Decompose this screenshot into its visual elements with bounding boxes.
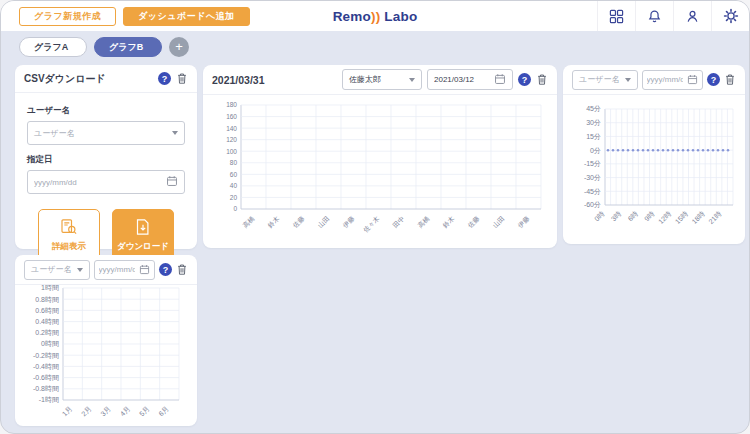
svg-text:4月: 4月	[119, 405, 132, 418]
calendar-icon	[166, 173, 178, 191]
svg-text:180: 180	[226, 101, 237, 108]
svg-text:0.2時間: 0.2時間	[35, 329, 59, 337]
download-button[interactable]: ダウンロード	[112, 209, 174, 261]
trash-icon[interactable]	[536, 73, 548, 86]
timeline-chart-panel: ユーザー名 ?	[563, 65, 745, 244]
svg-text:伊藤: 伊藤	[516, 214, 530, 228]
calendar-icon	[494, 71, 506, 89]
bar-date-input[interactable]	[434, 75, 490, 84]
timeline-date-input[interactable]	[647, 75, 684, 84]
bar-user-select-value: 佐藤太郎	[349, 74, 381, 85]
csv-panel-title: CSVダウンロード	[24, 72, 106, 86]
logo-text-right: Labo	[384, 9, 417, 24]
svg-text:-0.2時間: -0.2時間	[33, 352, 59, 360]
bar-chart: 180160140120100806040200高橋鈴木佐藤山田伊藤佐々木田中高…	[203, 95, 557, 246]
user-name-select[interactable]: ユーザー名	[27, 121, 185, 145]
svg-text:鈴木: 鈴木	[441, 214, 455, 228]
add-to-dashboard-button[interactable]: ダッシュボードへ追加	[123, 7, 249, 26]
chevron-down-icon	[625, 78, 631, 82]
dashboard-grid-icon[interactable]	[597, 1, 635, 31]
svg-text:-30分: -30分	[584, 174, 601, 181]
monthly-hours-chart: 1時間0.8時間0.6時間0.4時間0.2時間0時間-0.2時間-0.4時間-0…	[15, 285, 197, 424]
help-icon[interactable]: ?	[159, 263, 172, 276]
detail-view-label: 詳細表示	[52, 241, 86, 253]
top-header: グラフ新規作成 ダッシュボードへ追加 Remo)) Labo	[1, 1, 749, 31]
help-icon[interactable]: ?	[707, 73, 720, 86]
svg-text:30分: 30分	[586, 119, 601, 126]
user-name-select-placeholder: ユーザー名	[34, 128, 74, 139]
svg-text:-0.8時間: -0.8時間	[33, 385, 59, 393]
download-label: ダウンロード	[117, 241, 169, 253]
svg-text:-60分: -60分	[584, 201, 601, 208]
calendar-icon	[139, 261, 150, 279]
timeline-user-select-placeholder: ユーザー名	[579, 74, 619, 85]
svg-text:100: 100	[226, 148, 237, 155]
tab-graph-a[interactable]: グラフA	[19, 37, 87, 57]
timeline-date-field[interactable]	[642, 70, 704, 90]
user-name-label: ユーザー名	[27, 105, 185, 117]
app-logo: Remo)) Labo	[333, 9, 418, 24]
svg-text:山田: 山田	[491, 215, 506, 230]
monthly-hours-chart-panel: ユーザー名 ?	[15, 255, 197, 426]
svg-text:80: 80	[230, 159, 238, 166]
monthly-user-select-placeholder: ユーザー名	[31, 264, 71, 275]
svg-text:1月: 1月	[61, 405, 74, 418]
csv-download-panel: CSVダウンロード ? ユーザー名 ユーザー名 指定日	[15, 65, 197, 249]
svg-text:伊藤: 伊藤	[341, 214, 355, 228]
user-profile-icon[interactable]	[673, 1, 711, 31]
trash-icon[interactable]	[176, 263, 188, 276]
svg-text:45分: 45分	[586, 105, 601, 112]
csv-file-download-icon	[134, 218, 152, 236]
svg-text:-1時間: -1時間	[39, 396, 59, 404]
new-graph-button[interactable]: グラフ新規作成	[19, 7, 116, 26]
svg-text:1時間: 1時間	[41, 285, 59, 292]
svg-text:40: 40	[230, 182, 238, 189]
svg-text:12時: 12時	[657, 210, 672, 225]
svg-text:-0.6時間: -0.6時間	[33, 374, 59, 382]
svg-text:6月: 6月	[157, 405, 170, 418]
detail-view-button[interactable]: 詳細表示	[38, 209, 100, 261]
svg-text:2月: 2月	[80, 405, 93, 418]
monthly-date-field[interactable]	[94, 260, 156, 280]
bar-date-field[interactable]	[427, 69, 513, 90]
timeline-chart: 45分30分15分0分-15分-30分-45分-60分0時3時6時9時12時15…	[563, 95, 745, 239]
svg-text:160: 160	[226, 113, 237, 120]
svg-text:0: 0	[233, 205, 237, 212]
svg-text:佐々木: 佐々木	[362, 214, 381, 233]
tab-graph-b[interactable]: グラフB	[94, 37, 162, 57]
trash-icon[interactable]	[176, 72, 188, 85]
svg-text:21時: 21時	[707, 210, 722, 225]
svg-text:3時: 3時	[610, 210, 623, 223]
chevron-down-icon	[172, 131, 178, 135]
timeline-user-select[interactable]: ユーザー名	[572, 70, 638, 90]
svg-text:山田: 山田	[316, 215, 331, 230]
svg-text:140: 140	[226, 125, 237, 132]
bar-user-select[interactable]: 佐藤太郎	[342, 69, 422, 90]
svg-text:20: 20	[230, 194, 238, 201]
help-icon[interactable]: ?	[518, 73, 531, 86]
svg-text:15時: 15時	[674, 210, 689, 225]
svg-text:高橋: 高橋	[416, 214, 430, 228]
daily-bar-chart-panel: 2021/03/31 佐藤太郎 ?	[203, 65, 557, 248]
trash-icon[interactable]	[724, 73, 736, 86]
target-date-field[interactable]	[27, 170, 185, 194]
svg-text:-15分: -15分	[584, 160, 601, 167]
calendar-icon	[687, 71, 698, 89]
svg-text:-45分: -45分	[584, 188, 601, 195]
monthly-user-select[interactable]: ユーザー名	[24, 260, 90, 280]
svg-text:0時間: 0時間	[41, 340, 59, 348]
notifications-bell-icon[interactable]	[635, 1, 673, 31]
svg-text:佐藤: 佐藤	[466, 214, 480, 228]
svg-text:0.8時間: 0.8時間	[35, 296, 59, 304]
add-tab-button[interactable]: +	[169, 37, 189, 57]
svg-text:0時: 0時	[593, 210, 606, 223]
target-date-input[interactable]	[34, 178, 162, 187]
settings-gear-icon[interactable]	[711, 1, 749, 31]
svg-text:田中: 田中	[391, 215, 406, 230]
svg-text:18時: 18時	[690, 210, 705, 225]
svg-text:0.6時間: 0.6時間	[35, 307, 59, 315]
svg-text:120: 120	[226, 136, 237, 143]
help-icon[interactable]: ?	[158, 72, 171, 85]
svg-text:-0.4時間: -0.4時間	[33, 363, 59, 371]
monthly-date-input[interactable]	[99, 265, 136, 274]
